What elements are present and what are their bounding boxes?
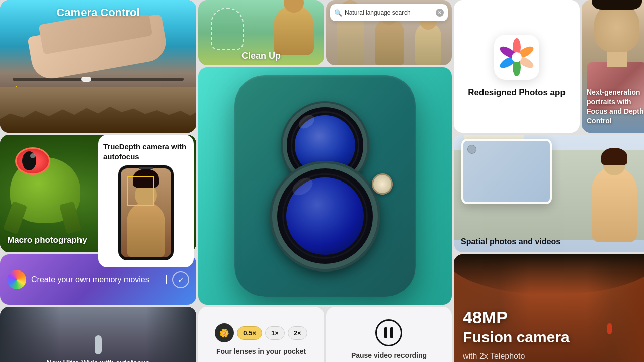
camera-control-cell: 4x Camera Control	[0, 0, 196, 133]
macro-label: Macro photography	[7, 235, 87, 245]
memory-check-btn[interactable]: ✓	[172, 271, 189, 288]
rock-left	[0, 307, 60, 362]
iphone-camera-main	[198, 67, 452, 305]
nl-search-text: Natural language search	[345, 9, 433, 16]
iphone-body	[234, 75, 416, 297]
siri-icon	[7, 270, 26, 289]
pause-bar-left	[384, 327, 387, 338]
landscape-bg	[0, 87, 196, 133]
spatial-device	[461, 139, 552, 204]
fusion-camera-cell: 48MPFusion camera with 2x Telephoto	[454, 254, 644, 362]
person2	[375, 18, 404, 65]
person-cutout	[211, 8, 244, 50]
photos-app-cell: Redesigned Photos app	[454, 0, 580, 133]
truedepth-cell: TrueDepth camera with autofocus	[98, 135, 194, 267]
rock-right	[146, 307, 196, 362]
lens-bottom-outer	[272, 163, 378, 269]
ultra-wide-person	[95, 335, 102, 354]
zoom-slider	[13, 78, 184, 81]
flash-module	[372, 173, 393, 195]
spatial-cell: Spatial photos and videos	[454, 135, 644, 252]
ultra-wide-cell: New Ultra Wide with autofocus	[0, 307, 196, 362]
memory-search-text: Create your own memory movies	[31, 275, 161, 284]
clean-up-label: Clean Up	[198, 51, 324, 61]
badge-05x: 0.5×	[237, 326, 262, 340]
truedepth-label: TrueDepth camera with autofocus	[103, 142, 189, 162]
fusion-tiny-person	[607, 323, 612, 334]
portraits-label: Next-generation portraits with Focus and…	[587, 87, 644, 126]
main-person	[274, 5, 314, 55]
clear-button[interactable]: ✕	[436, 9, 444, 17]
hand-image	[0, 15, 196, 80]
four-lenses-cell: 🌼 0.5× 1× 2× Four lenses in your pocket	[198, 307, 324, 362]
search-icon: 🔍	[334, 9, 342, 17]
four-lenses-label: Four lenses in your pocket	[216, 347, 306, 355]
front-camera	[139, 167, 153, 169]
nl-search-cell: 🔍 Natural language search ✕	[326, 0, 452, 65]
phone-screen	[121, 168, 171, 258]
device-camera-dot	[467, 145, 476, 154]
portrait-face	[594, 2, 639, 52]
text-cursor	[166, 275, 167, 284]
pause-bar-right	[390, 327, 393, 338]
badge-1x: 1×	[265, 326, 285, 340]
lens-bottom-ring	[282, 173, 368, 259]
pause-video-cell: Pause video recording	[326, 307, 452, 362]
fusion-label-main: 48MPFusion camera	[463, 308, 570, 346]
svg-point-7	[512, 52, 522, 62]
screen-person-body	[127, 202, 165, 257]
pause-icon	[384, 327, 393, 338]
spatial-label: Spatial photos and videos	[461, 237, 560, 246]
pause-button[interactable]	[375, 319, 403, 346]
portraits-cell: Next-generation portraits with Focus and…	[582, 0, 644, 133]
badge-2x: 2×	[288, 326, 307, 340]
camera-control-title: Camera Control	[0, 6, 196, 19]
spatial-person	[592, 167, 637, 242]
portrait-hair	[592, 0, 642, 10]
frog-body	[5, 142, 98, 243]
search-bar[interactable]: 🔍 Natural language search ✕	[330, 4, 448, 21]
ultra-wide-label: New Ultra Wide with autofocus	[0, 359, 196, 362]
pause-video-label: Pause video recording	[351, 351, 427, 359]
photos-icon-svg	[497, 37, 537, 77]
photos-app-icon	[494, 35, 539, 80]
photos-app-label: Redesigned Photos app	[468, 87, 566, 98]
fusion-label-sub: with 2x Telephoto	[463, 352, 525, 361]
focus-square	[127, 176, 154, 206]
clean-up-cell: Clean Up	[198, 0, 324, 65]
person3	[415, 23, 441, 65]
macro-lens-icon: 🌼	[215, 323, 234, 342]
lenses-icons-row: 🌼 0.5× 1× 2×	[215, 323, 307, 342]
phone-mockup	[118, 165, 174, 261]
